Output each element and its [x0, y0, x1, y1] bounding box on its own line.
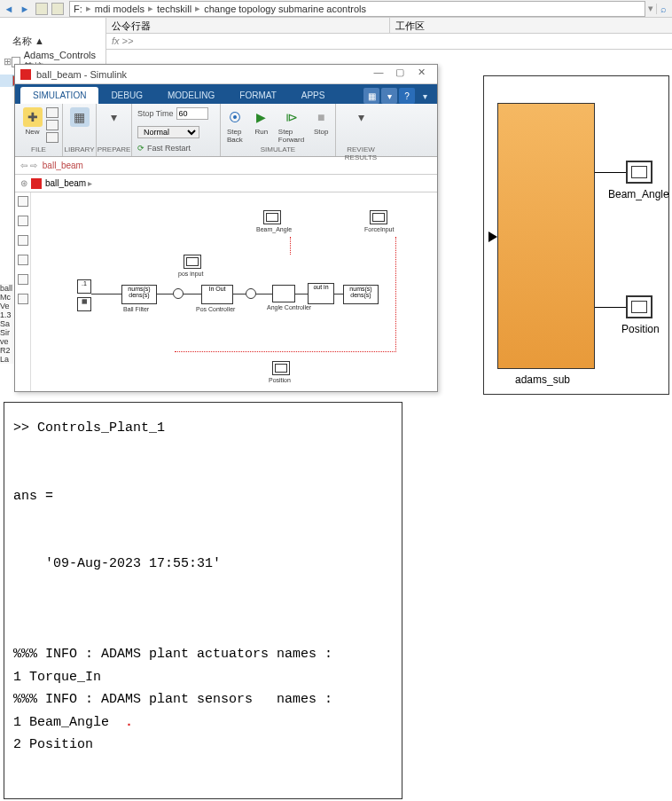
- scope-force-input[interactable]: [370, 210, 387, 224]
- menu-icon[interactable]: ▾: [417, 88, 433, 104]
- folder-up-icon[interactable]: [51, 3, 64, 15]
- tool-icon[interactable]: [18, 255, 28, 265]
- minimize-button[interactable]: —: [368, 67, 389, 82]
- console-line: '09-Aug-2023 17:55:31': [13, 556, 221, 571]
- tool-icon[interactable]: [18, 274, 28, 285]
- canvas-side-toolbar: [15, 192, 31, 391]
- block-label: Ball Filter: [123, 306, 149, 312]
- breadcrumb-part[interactable]: mdi models: [95, 4, 145, 14]
- save-file-icon[interactable]: [46, 120, 59, 130]
- block-label: Beam_Angle: [256, 226, 292, 232]
- console-line: 1 Beam_Angle: [13, 715, 109, 730]
- fast-restart-button[interactable]: ⟳Fast Restart: [137, 144, 191, 153]
- model-name[interactable]: ball_beam: [43, 161, 83, 170]
- console-line: 2 Position: [13, 737, 93, 752]
- scope-beam-angle[interactable]: [263, 210, 281, 224]
- simulink-window: ball_beam - Simulink — ▢ ✕ SIMULATION DE…: [14, 64, 438, 392]
- library-button[interactable]: ▦: [70, 107, 90, 127]
- tool-icon[interactable]: [18, 235, 28, 246]
- scope-position[interactable]: [626, 295, 652, 318]
- maximize-button[interactable]: ▢: [389, 67, 410, 82]
- back-arrow-icon[interactable]: ◄: [2, 2, 16, 16]
- name-col-label: 名称 ▲: [12, 35, 44, 48]
- step-back-button[interactable]: ⦿Step Back: [225, 107, 245, 144]
- ribbon-toolbar: ✚ New FILE ▦ LIBRARY ▾ PREPARE: [15, 104, 437, 157]
- simulink-canvas[interactable]: Beam_Angle ForceInput pos input .1 ▦ num…: [15, 192, 437, 391]
- breadcrumb[interactable]: F:▸ mdi models▸ techskill▸ change topolo…: [69, 1, 645, 17]
- sim-mode-select[interactable]: Normal: [137, 126, 199, 138]
- command-window-header: 公令行器: [106, 18, 390, 33]
- subsystem-panel: Beam_Angle Position adams_sub: [483, 75, 669, 395]
- close-button[interactable]: ✕: [410, 67, 432, 82]
- folder-icon[interactable]: [35, 3, 48, 15]
- workspace-header: 工作区: [390, 18, 673, 33]
- simulink-app-icon: [20, 69, 31, 80]
- zoom-fit-icon[interactable]: [18, 196, 28, 207]
- stop-button[interactable]: ■Stop: [311, 107, 331, 144]
- fx-header: 公令行器 工作区: [106, 18, 672, 34]
- feedback-line: [175, 237, 396, 352]
- console-line: %%% INFO : ADAMS plant actuators names :: [13, 647, 332, 662]
- model-crumb-row: ⊛ ball_beam ▸: [15, 175, 437, 192]
- stop-time-input[interactable]: [176, 107, 208, 120]
- source-block[interactable]: ▦: [77, 297, 91, 311]
- console-line: %%% INFO : ADAMS plant sensors names :: [13, 692, 332, 707]
- feedback-line: [290, 237, 291, 255]
- cursor-marker-icon: .: [125, 715, 133, 730]
- help-icon[interactable]: ?: [399, 88, 415, 104]
- block-label: Position: [269, 377, 291, 383]
- new-button[interactable]: ✚ New: [23, 107, 43, 141]
- block-label: ForceInput: [364, 226, 394, 232]
- port-label-position: Position: [621, 323, 660, 335]
- step-forward-button[interactable]: ⧐Step Forward: [278, 107, 304, 144]
- matlab-console[interactable]: >> Controls_Plant_1 ans = '09-Aug-2023 1…: [4, 402, 402, 799]
- open-icon[interactable]: [46, 107, 59, 118]
- tab-format[interactable]: FORMAT: [227, 87, 288, 104]
- file-explorer: 名称 ▲ ⊞ Adams_Controls等控… ball_beam.slx: [0, 18, 106, 71]
- details-panel: ballMcVe 1.3SaSir veR2La: [0, 284, 13, 364]
- window-titlebar: ball_beam - Simulink — ▢ ✕: [15, 65, 437, 84]
- top-toolbar: ◄ ► F:▸ mdi models▸ techskill▸ change to…: [0, 0, 672, 18]
- tab-simulation[interactable]: SIMULATION: [20, 87, 98, 104]
- ball-filter-block[interactable]: nums(s) dens(s): [121, 285, 157, 304]
- port-label-beam-angle: Beam_Angle: [608, 188, 669, 200]
- run-button[interactable]: ▶Run: [252, 107, 271, 144]
- subsystem-label: adams_sub: [515, 373, 570, 386]
- search-icon[interactable]: ⌕: [656, 4, 670, 14]
- prepare-button[interactable]: ▾: [105, 107, 124, 127]
- model-crumb[interactable]: ball_beam: [45, 178, 86, 188]
- input-port-icon: [488, 232, 497, 242]
- console-line: >> Controls_Plant_1: [13, 420, 165, 436]
- stop-time-label: Stop Time: [137, 109, 174, 118]
- window-title: ball_beam - Simulink: [36, 69, 368, 80]
- fx-prompt[interactable]: fx >>: [106, 34, 672, 50]
- ribbon-tabs: SIMULATION DEBUG MODELING FORMAT APPS ▦ …: [15, 84, 437, 104]
- print-icon[interactable]: [46, 132, 59, 143]
- tab-apps[interactable]: APPS: [289, 87, 338, 104]
- tab-modeling[interactable]: MODELING: [155, 87, 227, 104]
- gallery-icon[interactable]: ▾: [381, 88, 397, 104]
- tool-icon[interactable]: [18, 294, 28, 304]
- tool-icon[interactable]: [18, 216, 28, 226]
- forward-arrow-icon[interactable]: ►: [18, 2, 32, 16]
- review-results-button[interactable]: ▾: [351, 107, 371, 127]
- scope-beam-angle[interactable]: [626, 161, 652, 184]
- breadcrumb-part[interactable]: F:: [74, 4, 82, 14]
- breadcrumb-part[interactable]: techskill: [157, 4, 191, 14]
- constant-block[interactable]: .1: [77, 279, 91, 294]
- model-icon: [31, 178, 42, 189]
- save-icon[interactable]: ▦: [363, 88, 379, 104]
- console-line: ans =: [13, 489, 53, 504]
- scope-position[interactable]: [272, 361, 290, 375]
- signal-wire: [595, 307, 626, 308]
- tab-debug[interactable]: DEBUG: [98, 87, 155, 104]
- signal-wire: [595, 172, 626, 173]
- console-line: 1 Torque_In: [13, 670, 101, 685]
- breadcrumb-part[interactable]: change topology submarine acontrols: [204, 4, 366, 14]
- column-header-name[interactable]: 名称 ▲: [0, 34, 105, 49]
- adams-sub-block[interactable]: [497, 103, 595, 369]
